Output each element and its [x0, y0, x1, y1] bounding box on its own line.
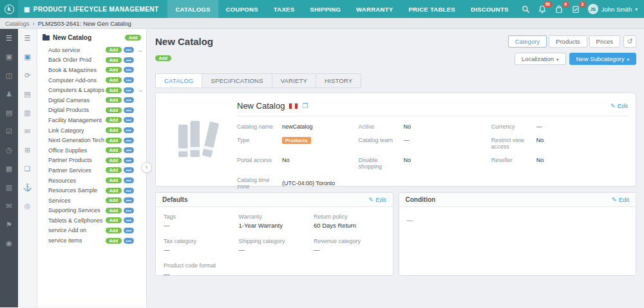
- tree-item[interactable]: service Add on Add ••• →: [37, 226, 146, 236]
- more-actions-button[interactable]: •••: [124, 77, 134, 83]
- add-button[interactable]: Add: [106, 97, 122, 103]
- tab[interactable]: SPECIFICATIONS: [202, 73, 272, 88]
- add-button[interactable]: Add: [106, 177, 122, 183]
- tree-item[interactable]: Tablets & Cellphones Add ••• →: [37, 215, 146, 226]
- mail-icon[interactable]: ✉: [18, 122, 37, 141]
- tree-item[interactable]: Next Generation Tech Add ••• →: [37, 135, 146, 145]
- tree-item[interactable]: Partner Services Add ••• →: [37, 165, 146, 176]
- localization-dropdown[interactable]: Localization▾: [515, 53, 566, 65]
- add-button[interactable]: Add: [106, 188, 122, 194]
- add-button[interactable]: Add: [106, 238, 122, 244]
- more-actions-button[interactable]: •••: [124, 127, 134, 133]
- nav-item[interactable]: CATALOGS: [167, 0, 218, 18]
- tree-item[interactable]: Facility Management Add ••• →: [37, 115, 146, 125]
- collapse-tree-button[interactable]: ‹: [141, 162, 152, 173]
- tree-item[interactable]: Partner Products Add ••• →: [37, 156, 146, 166]
- add-button[interactable]: Add: [106, 147, 122, 153]
- open-category-arrow-icon[interactable]: →: [135, 87, 143, 93]
- tree-item[interactable]: Office Supplies Add ••• →: [37, 145, 146, 156]
- tree-item[interactable]: Computers & Laptops Add ••• →: [37, 85, 146, 95]
- tree-item[interactable]: Link Category Add ••• →: [37, 125, 146, 136]
- breadcrumb-root[interactable]: Catalogs: [5, 20, 30, 27]
- history-refresh-button[interactable]: ↺: [623, 35, 636, 48]
- tree-item[interactable]: Digital Products Add ••• →: [37, 105, 146, 116]
- locations-icon[interactable]: ⚑: [0, 215, 18, 234]
- notifications-bell-icon[interactable]: 50: [538, 5, 547, 14]
- customers-icon[interactable]: ♟: [0, 85, 18, 104]
- calendar-icon[interactable]: ▦: [0, 159, 18, 178]
- add-button[interactable]: Add: [106, 197, 122, 203]
- tab[interactable]: CATALOG: [155, 73, 202, 88]
- more-actions-button[interactable]: •••: [124, 138, 134, 143]
- visibility-icon[interactable]: ◎: [18, 197, 37, 215]
- more-actions-button[interactable]: •••: [124, 57, 134, 63]
- app-logo[interactable]: k: [0, 0, 18, 18]
- more-actions-button[interactable]: •••: [124, 217, 134, 223]
- tree-root-item[interactable]: New Catalog Add: [37, 29, 146, 45]
- more-actions-button[interactable]: •••: [124, 167, 134, 173]
- tree-item[interactable]: Supporting Services Add ••• →: [37, 206, 146, 216]
- add-button[interactable]: Add: [106, 127, 122, 133]
- more-actions-button[interactable]: •••: [124, 228, 134, 233]
- more-actions-button[interactable]: •••: [124, 97, 134, 103]
- tree-item[interactable]: Resources Add ••• →: [37, 176, 146, 186]
- more-actions-button[interactable]: •••: [124, 158, 134, 163]
- more-actions-button[interactable]: •••: [124, 67, 134, 73]
- more-actions-button[interactable]: •••: [124, 208, 134, 213]
- sync-icon[interactable]: ⟳: [18, 66, 37, 85]
- user-menu[interactable]: JS John Smith ▾: [588, 4, 638, 14]
- open-category-arrow-icon[interactable]: →: [135, 47, 143, 53]
- edit-catalog-button[interactable]: ✎ Edit: [611, 102, 628, 109]
- add-button[interactable]: Add: [106, 208, 122, 213]
- documents-icon[interactable]: ▤: [0, 104, 18, 122]
- watch-icon[interactable]: ◉: [0, 234, 18, 253]
- table-icon[interactable]: ⊞: [18, 141, 37, 159]
- tree-item[interactable]: Computer Add-ons Add ••• →: [37, 75, 146, 86]
- nav-item[interactable]: COUPONS: [218, 0, 266, 18]
- comments-icon[interactable]: ❏: [18, 159, 37, 178]
- add-button[interactable]: Add: [106, 67, 122, 73]
- orders-bag-icon[interactable]: 6: [554, 5, 564, 14]
- media-icon[interactable]: ◫: [0, 66, 18, 85]
- add-button[interactable]: Add: [106, 117, 122, 123]
- tab[interactable]: HISTORY: [316, 73, 361, 88]
- more-actions-button[interactable]: •••: [124, 117, 134, 123]
- messages-icon[interactable]: ✉: [0, 197, 18, 215]
- add-button[interactable]: Add: [106, 77, 122, 83]
- more-actions-button[interactable]: •••: [124, 47, 134, 53]
- search-icon[interactable]: [521, 5, 531, 14]
- more-actions-button[interactable]: •••: [124, 238, 134, 244]
- more-actions-button[interactable]: •••: [124, 107, 134, 113]
- add-button[interactable]: Add: [106, 138, 122, 143]
- translations-icon[interactable]: ❐: [302, 102, 308, 109]
- add-button[interactable]: Add: [106, 107, 122, 113]
- tree-item[interactable]: Resources Sample Add ••• →: [37, 185, 146, 195]
- nav-item[interactable]: DISCOUNTS: [463, 0, 516, 18]
- tree-item[interactable]: Auto service Add ••• →: [37, 45, 146, 55]
- nav-item[interactable]: WARRANTY: [348, 0, 401, 18]
- reports-icon[interactable]: ▥: [0, 178, 18, 197]
- menu-icon[interactable]: ☰: [0, 29, 18, 48]
- more-actions-button[interactable]: •••: [124, 197, 134, 203]
- more-actions-button[interactable]: •••: [124, 188, 134, 194]
- anchor-icon[interactable]: ⚓: [18, 178, 37, 197]
- add-button[interactable]: Add: [125, 35, 141, 41]
- history-icon[interactable]: ◷: [0, 141, 18, 159]
- tasks-icon[interactable]: ☑: [0, 122, 18, 141]
- catalog-folder-icon[interactable]: ▣: [18, 48, 37, 66]
- add-button[interactable]: Add: [106, 217, 122, 223]
- view-button[interactable]: Products: [549, 35, 587, 48]
- tab[interactable]: VARIETY: [272, 73, 316, 88]
- edit-condition-button[interactable]: ✎ Edit: [612, 196, 629, 203]
- tree-item[interactable]: Back Order Prod Add ••• →: [37, 55, 146, 66]
- more-actions-button[interactable]: •••: [124, 87, 134, 93]
- add-button[interactable]: Add: [106, 47, 122, 53]
- spec-document-icon[interactable]: ▤: [18, 85, 37, 104]
- nav-item[interactable]: PRICE TABLES: [401, 0, 463, 18]
- tasks-clipboard-icon[interactable]: 3: [571, 5, 581, 14]
- view-button[interactable]: Prices: [589, 35, 620, 48]
- tree-item[interactable]: Book & Magazines Add ••• →: [37, 65, 146, 75]
- add-button[interactable]: Add: [106, 167, 122, 173]
- add-button[interactable]: Add: [106, 228, 122, 233]
- tree-item[interactable]: service items Add ••• →: [37, 235, 146, 246]
